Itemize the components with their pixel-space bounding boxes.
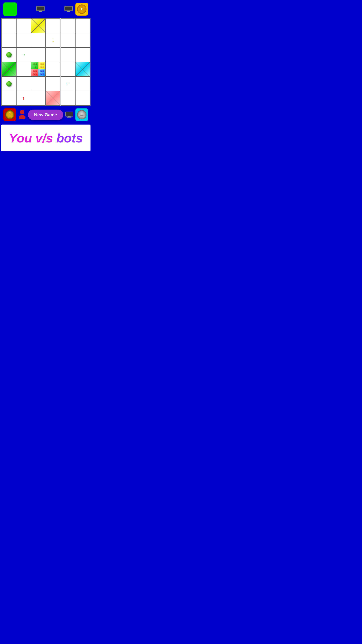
cell-4-1: [16, 76, 31, 91]
cell-1-2: [31, 33, 45, 48]
new-game-button[interactable]: New Game: [28, 110, 63, 120]
vs-text: You v/s bots: [9, 131, 83, 145]
cell-3-4: [60, 62, 75, 76]
cell-2-2: [31, 48, 45, 62]
cell-1-3: ↓: [46, 33, 60, 48]
cell-2-0: [1, 48, 16, 62]
cell-0-0: [1, 18, 16, 33]
cell-2-5: [75, 48, 90, 62]
vs-section: You v/s bots: [1, 124, 90, 152]
cell-3-2-center: [31, 62, 45, 76]
arrow-up-red: ↑: [22, 96, 25, 101]
svg-rect-5: [65, 6, 72, 10]
top-monitor-right: [64, 6, 73, 13]
cell-4-5: [75, 76, 90, 91]
vs-you: You v/s: [9, 131, 56, 145]
cell-0-3: [46, 18, 60, 33]
coin-red-rank: 🏆 1: [3, 108, 16, 121]
coin-gold-top: £: [75, 3, 88, 16]
svg-text:1: 1: [9, 114, 10, 117]
cell-0-2-yellow: [31, 18, 45, 33]
cell-3-1: [16, 62, 31, 76]
cell-1-1: [16, 33, 31, 48]
cell-3-0-green: [1, 62, 16, 76]
green-player-indicator: [3, 2, 17, 16]
top-monitor-left: [36, 6, 45, 13]
svg-rect-3: [38, 12, 43, 12]
svg-rect-31: [68, 116, 70, 117]
cell-1-5: [75, 33, 90, 48]
arrow-right-green: →: [21, 52, 26, 58]
svg-rect-1: [37, 6, 44, 10]
cell-3-5-cyan: [75, 62, 90, 76]
arrow-left-blue: ←: [65, 81, 70, 87]
cell-0-5: [75, 18, 90, 33]
cell-4-3: [46, 76, 60, 91]
bottom-controls: 🏆 1 New Game: [0, 106, 92, 124]
svg-text:£: £: [81, 8, 83, 11]
svg-rect-30: [66, 112, 73, 116]
cell-5-5: [75, 91, 90, 106]
green-marble-1: [6, 52, 12, 58]
svg-rect-2: [39, 11, 42, 12]
cell-0-1: [16, 18, 31, 33]
cell-0-4: [60, 18, 75, 33]
cell-5-3-pink: [46, 91, 60, 106]
bottom-monitor: [65, 111, 73, 118]
vs-bots: bots: [56, 131, 83, 145]
game-board: ↓ →: [1, 18, 90, 106]
cell-5-1: ↑: [16, 91, 31, 106]
top-header: £: [0, 0, 92, 18]
svg-rect-7: [66, 12, 71, 12]
cell-2-1: →: [16, 48, 31, 62]
player-avatar: [18, 109, 26, 120]
cell-5-4: [60, 91, 75, 106]
svg-rect-6: [67, 11, 70, 12]
cell-1-4: [60, 33, 75, 48]
cell-4-2: [31, 76, 45, 91]
cell-3-3: [46, 62, 60, 76]
svg-rect-32: [67, 117, 71, 118]
svg-point-27: [20, 110, 24, 114]
board-grid: ↓ →: [1, 18, 90, 106]
top-right-icons: £: [64, 3, 88, 16]
svg-point-28: [19, 115, 25, 119]
coin-silver-bottom: [75, 108, 88, 121]
cell-1-0: [1, 33, 16, 48]
cell-2-3: [46, 48, 60, 62]
cell-4-4: ←: [60, 76, 75, 91]
cell-4-0: [1, 76, 16, 91]
cell-5-0: [1, 91, 16, 106]
green-marble-2: [6, 81, 12, 86]
cell-2-4: [60, 48, 75, 62]
arrow-down-yellow: ↓: [52, 37, 54, 43]
cell-5-2: [31, 91, 45, 106]
